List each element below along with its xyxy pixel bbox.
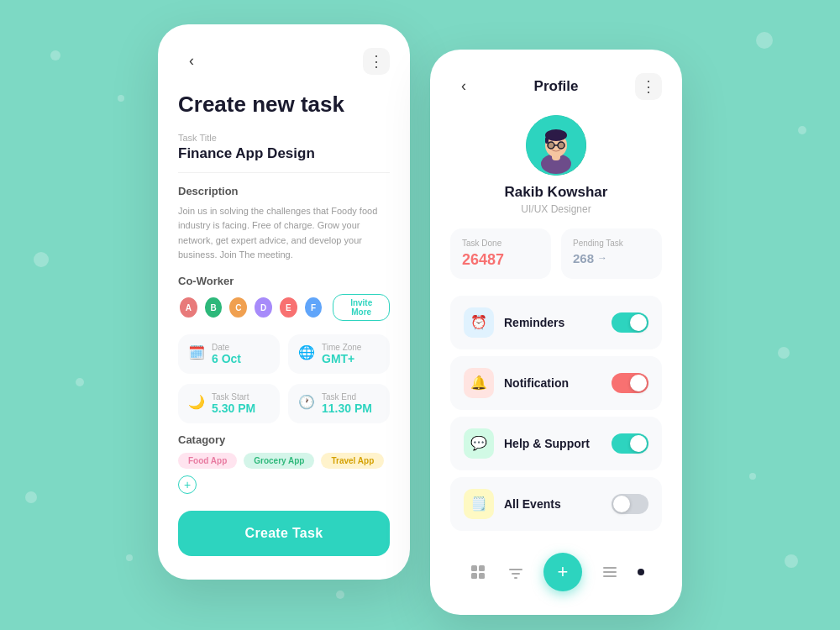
timezone-card: 🌐 Time Zone GMT+ [288, 334, 390, 374]
svg-rect-14 [479, 573, 485, 579]
events-label: All Events [504, 497, 601, 511]
description-label: Description [178, 185, 390, 197]
pending-task-value: 268 → [573, 251, 650, 265]
stats-row: Task Done 26487 Pending Task 268 → [450, 228, 662, 279]
avatar-5: E [278, 296, 299, 319]
help-toggle[interactable] [612, 433, 648, 454]
back-button-right[interactable]: ‹ [450, 73, 477, 100]
more-button-left[interactable]: ⋮ [363, 48, 390, 75]
tag-grocery-app[interactable]: Grocery App [244, 453, 314, 469]
settings-item-events[interactable]: 🗒️ All Events [450, 477, 662, 531]
svg-rect-11 [471, 565, 477, 571]
task-start-card: 🌙 Task Start 5.30 PM [178, 384, 280, 423]
profile-title: Profile [534, 78, 579, 95]
tag-travel-app[interactable]: Travel App [321, 453, 384, 469]
add-tag-button[interactable]: + [178, 475, 197, 494]
nav-dot-indicator[interactable] [638, 569, 644, 575]
tag-food-app[interactable]: Food App [178, 453, 237, 469]
date-label: Date [212, 343, 241, 352]
settings-list: ⏰ Reminders 🔔 Notification 💬 Help & Supp… [450, 296, 662, 531]
svg-rect-5 [545, 137, 549, 144]
invite-more-button[interactable]: Invite More [333, 294, 390, 321]
profile-role: UI/UX Designer [521, 203, 591, 215]
reminders-label: Reminders [504, 316, 601, 329]
left-phone-header: ‹ ⋮ [178, 48, 390, 75]
task-end-label: Task End [322, 392, 372, 402]
notification-toggle[interactable] [612, 373, 648, 393]
task-done-card: Task Done 26487 [450, 228, 551, 279]
profile-phone: ‹ Profile ⋮ [430, 50, 682, 615]
bottom-nav: + [450, 544, 662, 591]
pending-task-label: Pending Task [573, 239, 650, 248]
avatar-1: A [178, 296, 199, 319]
clock-end-icon: 🕐 [298, 394, 315, 410]
svg-rect-12 [479, 565, 485, 571]
settings-item-notification[interactable]: 🔔 Notification [450, 356, 662, 410]
task-start-label: Task Start [212, 392, 255, 402]
task-end-value: 11.30 PM [322, 402, 372, 415]
fab-add-button[interactable]: + [543, 553, 582, 591]
svg-point-9 [549, 142, 554, 148]
back-button-left[interactable]: ‹ [178, 48, 205, 75]
divider-1 [178, 172, 390, 173]
more-button-right[interactable]: ⋮ [635, 73, 662, 100]
nav-list-icon[interactable] [600, 562, 620, 582]
settings-item-reminders[interactable]: ⏰ Reminders [450, 296, 662, 349]
timezone-label: Time Zone [322, 343, 361, 352]
task-done-label: Task Done [462, 239, 539, 248]
svg-point-10 [559, 142, 564, 148]
task-start-value: 5.30 PM [212, 402, 255, 415]
events-toggle[interactable] [612, 494, 648, 514]
svg-rect-13 [471, 573, 477, 579]
right-phone-header: ‹ Profile ⋮ [450, 73, 662, 100]
profile-avatar-section: Rakib Kowshar UI/UX Designer [450, 115, 662, 215]
notification-icon: 🔔 [464, 368, 494, 398]
pending-task-card: Pending Task 268 → [561, 228, 662, 279]
avatar-4: D [253, 296, 274, 319]
help-toggle-knob [630, 435, 647, 452]
date-timezone-row: 🗓️ Date 6 Oct 🌐 Time Zone GMT+ [178, 334, 390, 374]
notification-toggle-knob [630, 375, 647, 391]
category-tags: Food App Grocery App Travel App + [178, 453, 390, 494]
page-title-left: Create new task [178, 92, 390, 118]
avatar-2: B [203, 296, 224, 319]
avatar-3: C [228, 296, 249, 319]
notification-label: Notification [504, 376, 601, 390]
create-task-button[interactable]: Create Task [178, 511, 390, 556]
reminders-toggle[interactable] [612, 312, 648, 333]
events-icon: 🗒️ [464, 489, 494, 519]
date-card: 🗓️ Date 6 Oct [178, 334, 280, 374]
phones-container: ‹ ⋮ Create new task Task Title Finance A… [158, 24, 682, 615]
timezone-value: GMT+ [322, 352, 361, 365]
events-toggle-knob [613, 496, 630, 512]
coworker-row: A B C D E F Invite More [178, 294, 390, 321]
avatar-illustration [526, 115, 586, 176]
help-icon: 💬 [464, 428, 494, 459]
description-text: Join us in solving the challenges that F… [178, 204, 390, 263]
clock-start-icon: 🌙 [188, 394, 205, 410]
settings-item-help[interactable]: 💬 Help & Support [450, 417, 662, 470]
category-section: Catagory Food App Grocery App Travel App… [178, 433, 390, 494]
avatar-6: F [303, 296, 324, 319]
nav-filter-icon[interactable] [506, 562, 526, 582]
coworker-label: Co-Worker [178, 275, 390, 287]
task-done-value: 26487 [462, 251, 539, 269]
profile-avatar [526, 115, 586, 176]
help-label: Help & Support [504, 437, 601, 450]
nav-grid-icon[interactable] [468, 562, 488, 582]
category-label: Catagory [178, 433, 390, 446]
task-end-card: 🕐 Task End 11.30 PM [288, 384, 390, 423]
create-task-phone: ‹ ⋮ Create new task Task Title Finance A… [158, 24, 410, 580]
reminders-icon: ⏰ [464, 307, 494, 338]
reminders-toggle-knob [630, 314, 647, 331]
task-time-row: 🌙 Task Start 5.30 PM 🕐 Task End 11.30 PM [178, 384, 390, 423]
date-value: 6 Oct [212, 352, 241, 365]
calendar-icon: 🗓️ [188, 344, 205, 360]
task-title-label: Task Title [178, 133, 390, 143]
profile-name: Rakib Kowshar [505, 184, 608, 201]
globe-icon: 🌐 [298, 344, 315, 360]
task-title-value: Finance App Design [178, 145, 390, 162]
